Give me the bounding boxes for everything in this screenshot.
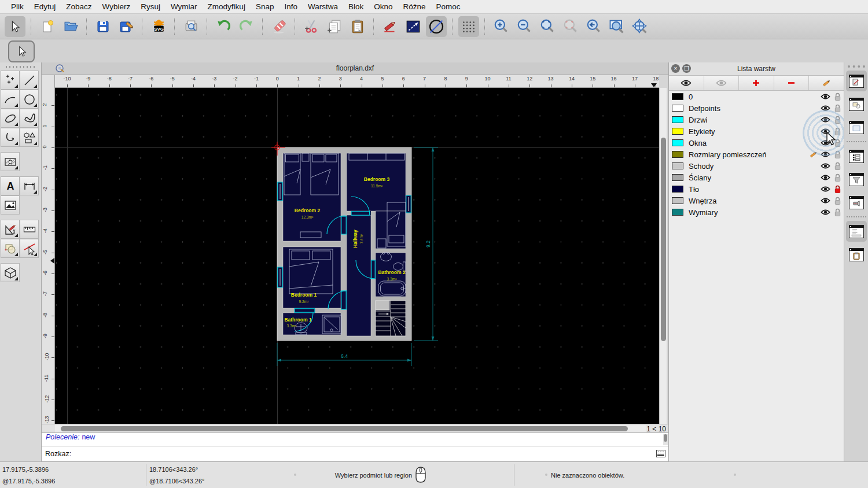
drawing-canvas[interactable]: 6.4 9.2 xyxy=(55,88,659,424)
attributes-button[interactable] xyxy=(403,16,424,37)
ellipse-tool[interactable] xyxy=(1,109,20,128)
selection-tool-button[interactable] xyxy=(8,40,35,62)
lock-icon[interactable] xyxy=(834,197,841,205)
lock-icon[interactable] xyxy=(834,173,841,182)
menu-item-5[interactable]: Wymiar xyxy=(165,2,203,11)
layer-row-1[interactable]: Defpoints xyxy=(669,102,844,114)
palette-handle[interactable] xyxy=(6,66,36,68)
lock-icon[interactable] xyxy=(834,208,841,217)
paste-button[interactable] xyxy=(347,16,368,37)
eye-icon[interactable] xyxy=(821,209,830,216)
toggle-layer-list-dock[interactable] xyxy=(846,146,867,167)
polyline-tool[interactable] xyxy=(1,128,20,147)
hscroll-thumb[interactable] xyxy=(61,426,628,431)
eye-icon[interactable] xyxy=(821,105,830,112)
vertical-scrollbar[interactable] xyxy=(659,88,667,424)
lock-icon[interactable] xyxy=(834,93,841,101)
lock-icon[interactable] xyxy=(834,185,841,194)
modify-tool[interactable] xyxy=(1,239,20,258)
polygon-tool[interactable] xyxy=(20,128,39,147)
vscroll-thumb[interactable] xyxy=(661,138,666,341)
text-tool[interactable]: A xyxy=(1,176,20,195)
remove-layer-button[interactable] xyxy=(774,76,810,90)
zoom-window-button[interactable] xyxy=(606,16,627,37)
menu-item-10[interactable]: Blok xyxy=(343,2,369,11)
delete-button[interactable] xyxy=(269,16,289,37)
command-input[interactable] xyxy=(73,448,655,460)
menu-item-7[interactable]: Snap xyxy=(251,2,279,11)
points-tool[interactable] xyxy=(1,71,20,90)
layer-row-5[interactable]: Rozmiary pomieszczeń xyxy=(669,149,844,160)
toggle-filter-dock[interactable] xyxy=(846,169,867,190)
toggle-light-dock[interactable] xyxy=(846,192,867,213)
menu-item-4[interactable]: Rysuj xyxy=(135,2,165,11)
select-tool-button[interactable] xyxy=(5,16,25,37)
deselect-tool[interactable] xyxy=(20,239,39,258)
hatch-tool[interactable] xyxy=(1,152,20,171)
redo-button[interactable] xyxy=(236,16,257,37)
menu-item-13[interactable]: Pomoc xyxy=(431,2,466,11)
eye-icon[interactable] xyxy=(821,93,830,100)
layer-row-6[interactable]: Schody xyxy=(669,160,844,172)
undo-button[interactable] xyxy=(213,16,234,37)
arc-tool[interactable] xyxy=(1,90,20,109)
pen-edit-button[interactable] xyxy=(380,16,400,37)
toggle-pen-dock[interactable] xyxy=(846,71,867,91)
layer-row-3[interactable]: Etykiety xyxy=(669,125,844,137)
dock-handle[interactable] xyxy=(848,65,865,68)
toggle-clipboard-dock[interactable] xyxy=(846,244,867,265)
toggle-command-dock[interactable] xyxy=(846,221,867,242)
edit-layer-button[interactable] xyxy=(809,76,844,90)
horizontal-scrollbar[interactable]: 1 < 10 xyxy=(42,424,668,432)
layer-row-10[interactable]: Wymiary xyxy=(669,206,844,218)
eye-icon[interactable] xyxy=(821,197,830,204)
grid-toggle[interactable] xyxy=(458,16,479,37)
toggle-block-dock[interactable] xyxy=(846,94,867,114)
menu-item-8[interactable]: Info xyxy=(279,2,303,11)
cut-button[interactable] xyxy=(301,16,322,37)
save-as-button[interactable] xyxy=(116,16,137,37)
drafting-tools[interactable] xyxy=(1,220,20,239)
add-layer-button[interactable] xyxy=(739,76,774,90)
menu-item-0[interactable]: Plik xyxy=(6,2,29,11)
eye-icon[interactable] xyxy=(821,186,830,193)
zoom-in-button[interactable] xyxy=(491,16,512,37)
new-file-button[interactable] xyxy=(37,16,58,37)
image-tool[interactable] xyxy=(1,195,20,215)
svg-export-button[interactable]: SVG xyxy=(148,16,169,37)
lock-icon[interactable] xyxy=(834,116,841,124)
lock-icon[interactable] xyxy=(834,162,841,171)
layer-row-8[interactable]: Tło xyxy=(669,183,844,195)
layer-row-7[interactable]: Ściany xyxy=(669,172,844,183)
toggle-library-dock[interactable] xyxy=(846,117,867,138)
menu-item-11[interactable]: Okno xyxy=(369,2,398,11)
eye-icon[interactable] xyxy=(821,151,830,158)
copy-button[interactable] xyxy=(324,16,345,37)
zoom-selection-button[interactable] xyxy=(560,16,581,37)
pan-button[interactable] xyxy=(630,16,650,37)
eye-icon[interactable] xyxy=(821,174,830,181)
zoom-previous-button[interactable] xyxy=(583,16,604,37)
document-titlebar[interactable]: floorplan.dxf xyxy=(42,62,668,75)
history-scrollbar[interactable] xyxy=(663,434,668,445)
circle-tool[interactable] xyxy=(20,90,39,109)
open-file-button[interactable] xyxy=(60,16,81,37)
menu-item-3[interactable]: Wybierz xyxy=(97,2,136,11)
eye-icon[interactable] xyxy=(821,162,830,169)
layer-row-0[interactable]: 0 xyxy=(669,91,844,102)
menu-item-6[interactable]: Zmodyfikuj xyxy=(203,2,251,11)
lock-icon[interactable] xyxy=(834,104,841,113)
menu-item-1[interactable]: Edytuj xyxy=(29,2,61,11)
spline-tool[interactable] xyxy=(20,109,39,128)
menu-item-2[interactable]: Zobacz xyxy=(61,2,97,11)
draft-mode-toggle[interactable] xyxy=(426,16,447,37)
layer-row-2[interactable]: Drzwi xyxy=(669,114,844,125)
measure-tool[interactable] xyxy=(20,220,39,239)
hide-all-layers-button[interactable] xyxy=(704,76,740,90)
dimension-tool[interactable] xyxy=(20,176,39,195)
show-all-layers-button[interactable] xyxy=(669,76,704,90)
eye-icon[interactable] xyxy=(821,116,830,123)
menu-item-12[interactable]: Różne xyxy=(398,2,431,11)
print-preview-button[interactable] xyxy=(181,16,201,37)
layer-row-4[interactable]: Okna xyxy=(669,137,844,149)
